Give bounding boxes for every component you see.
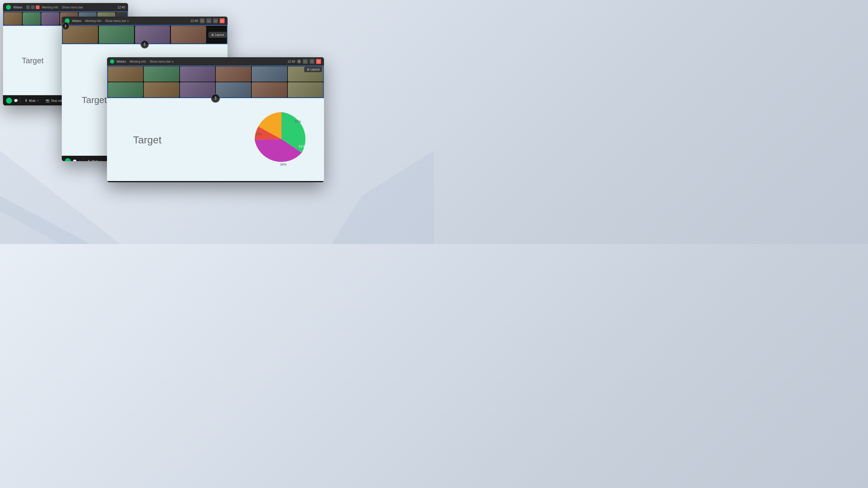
- titlebar-time-1: 12:40: [118, 6, 125, 9]
- window-controls-1[interactable]: [26, 5, 39, 9]
- svg-marker-1: [0, 151, 121, 244]
- svg-marker-2: [332, 151, 434, 244]
- target-text-2: Target: [82, 95, 107, 105]
- presentation-area-3: Target 12% 13% 34% 41%: [107, 98, 324, 181]
- participant-thumb-2: [23, 12, 41, 25]
- layout-btn-3-container: ⊞ Layout: [304, 67, 322, 72]
- participant-3i: [180, 82, 215, 97]
- svg-text:41%: 41%: [299, 144, 305, 148]
- meeting-info-3[interactable]: Meeting info: [130, 60, 146, 63]
- show-menu-bar-2[interactable]: Show menu bar ∨: [105, 19, 129, 23]
- participant-3k: [252, 82, 287, 97]
- pie-chart-3: 12% 13% 34% 41%: [250, 106, 313, 173]
- target-text-3: Target: [133, 134, 161, 145]
- titlebar-2: Webex Meeting info Show menu bar ∨ 12:40…: [62, 17, 227, 25]
- participant-3g: [108, 82, 143, 97]
- min-btn-1[interactable]: [26, 5, 30, 9]
- min-icon-3[interactable]: —: [303, 59, 308, 64]
- participant-3l: [288, 82, 323, 97]
- webex-title-1: Webex: [13, 6, 23, 9]
- participant-3a: [108, 67, 143, 82]
- participant-3c: [180, 67, 215, 82]
- participant-2b: [99, 26, 134, 43]
- titlebar-menu-1: Meeting info Show menu bar: [42, 6, 115, 9]
- participant-3h: [144, 82, 179, 97]
- max-icon-3[interactable]: □: [310, 59, 314, 64]
- titlebar-time-3: 12:40 ⚙ — □ ✕: [287, 59, 321, 64]
- info-icon-2[interactable]: ⓘ: [200, 19, 205, 23]
- close-btn-1[interactable]: [36, 5, 39, 9]
- target-text-1: Target: [22, 56, 43, 65]
- chat-icon-1[interactable]: 💬: [14, 99, 18, 103]
- toolbar-divider-2a: [83, 158, 83, 161]
- close-icon-2[interactable]: ✕: [220, 19, 224, 23]
- svg-text:12%: 12%: [294, 120, 301, 123]
- titlebar-3: Webex Meeting info Show menu bar ∨ 12:40…: [107, 57, 324, 66]
- svg-text:34%: 34%: [280, 163, 287, 166]
- participant-thumb-3: [41, 12, 59, 25]
- titlebar-menu-2: Meeting info Show menu bar ∨: [85, 19, 188, 23]
- close-icon-3[interactable]: ✕: [316, 59, 321, 64]
- participant-3e: [252, 67, 287, 82]
- chevron-2[interactable]: ∨: [79, 160, 81, 161]
- meeting-info-1[interactable]: Meeting info: [42, 6, 58, 9]
- toolbar-divider-1a: [20, 98, 20, 104]
- mute-btn-2[interactable]: 🎙 Mute ▼: [85, 158, 104, 161]
- settings-icon-3[interactable]: ⚙: [297, 59, 301, 64]
- participant-thumb-1: [4, 12, 22, 25]
- titlebar-time-2: 12:40 ⓘ — □ ✕: [190, 19, 224, 23]
- status-indicator-2: [65, 158, 71, 161]
- show-menu-bar-3[interactable]: Show menu bar ∨: [150, 60, 174, 63]
- meeting-info-2[interactable]: Meeting info: [85, 19, 101, 23]
- participant-3j: [216, 82, 251, 97]
- svg-text:13%: 13%: [255, 132, 262, 136]
- layout-btn-2[interactable]: ⊞ Layout: [209, 32, 227, 38]
- participant-3b: [144, 67, 179, 82]
- webex-window-3: Webex Meeting info Show menu bar ∨ 12:40…: [107, 57, 324, 182]
- max-icon-2[interactable]: □: [213, 19, 218, 23]
- chat-icon-2[interactable]: 💬: [73, 159, 77, 161]
- webex-logo-1: [6, 5, 11, 10]
- participant-2d: [171, 26, 206, 43]
- participant-3d: [216, 67, 251, 82]
- show-menu-bar-1[interactable]: Show menu bar: [62, 6, 83, 9]
- svg-marker-0: [0, 196, 90, 244]
- layout-btn-3[interactable]: ⊞ Layout: [304, 67, 322, 72]
- webex-logo-3: [110, 59, 114, 64]
- min-icon-2[interactable]: —: [207, 19, 211, 23]
- participant-2c: [135, 26, 170, 43]
- max-btn-1[interactable]: [31, 5, 35, 9]
- mute-btn-1[interactable]: 🎙 Mute ▼: [22, 98, 41, 104]
- participant-strip-3: ⊞ Layout: [107, 66, 324, 98]
- webex-title-2: Webex: [72, 19, 82, 23]
- webex-title-3: Webex: [117, 60, 126, 63]
- toolbar-3: 💬 ∨ 🎙 Mute ▼ 📷 Stop video ▼ ↑ Share Reco…: [107, 181, 324, 182]
- status-indicator-1: [6, 98, 12, 104]
- titlebar-menu-3: Meeting info Show menu bar ∨: [130, 60, 285, 63]
- titlebar-1: Webex Meeting info Show menu bar 12:40: [3, 3, 128, 11]
